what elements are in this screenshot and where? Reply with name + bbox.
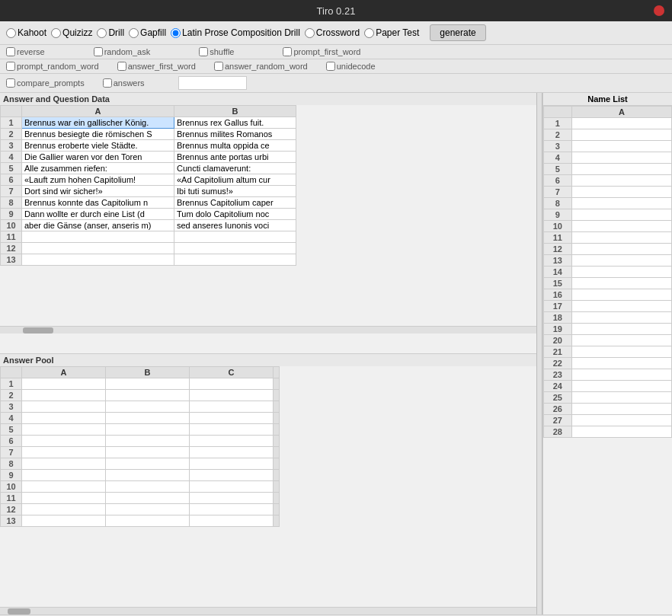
nl-cell-a[interactable] bbox=[571, 118, 671, 129]
ap-cell[interactable] bbox=[106, 493, 190, 504]
aq-cell-b[interactable]: Brennus rex Gallus fuit. bbox=[174, 117, 296, 129]
radio-crossword[interactable]: Crossword bbox=[305, 27, 360, 38]
nl-cell-a[interactable] bbox=[571, 221, 671, 232]
ap-cell[interactable] bbox=[22, 378, 106, 390]
nl-cell-a[interactable] bbox=[571, 404, 671, 415]
ap-cell[interactable] bbox=[190, 504, 274, 515]
ap-cell[interactable] bbox=[190, 493, 274, 504]
ap-cell[interactable] bbox=[106, 436, 190, 447]
aq-cell-a[interactable]: Brennus war ein gallischer König. bbox=[22, 117, 174, 129]
cb-answer-first-word[interactable]: answer_first_word bbox=[117, 62, 196, 71]
cb-answers-input[interactable] bbox=[103, 78, 112, 88]
ap-cell[interactable] bbox=[22, 470, 106, 481]
cb-answer-first-word-input[interactable] bbox=[117, 62, 126, 71]
ap-grid[interactable]: A B C 12345678910111213 bbox=[0, 366, 536, 607]
ap-scrollbar[interactable] bbox=[0, 607, 536, 614]
aq-cell-a[interactable]: Brennus konnte das Capitolium n bbox=[22, 197, 174, 209]
cb-compare-prompts[interactable]: compare_prompts bbox=[6, 78, 85, 88]
ap-cell[interactable] bbox=[190, 413, 274, 424]
radio-quizizz-input[interactable] bbox=[51, 28, 61, 38]
ap-cell[interactable] bbox=[106, 447, 190, 458]
ap-cell[interactable] bbox=[190, 447, 274, 458]
aq-cell-b[interactable]: sed anseres Iunonis voci bbox=[174, 220, 296, 231]
aq-scrollbar[interactable] bbox=[0, 326, 536, 334]
cb-answer-random-word-input[interactable] bbox=[214, 62, 223, 71]
aq-cell-b[interactable]: Brennus ante portas urbi bbox=[174, 152, 296, 163]
cb-random-ask[interactable]: random_ask bbox=[94, 47, 151, 56]
aq-cell-b[interactable]: Ibi tuti sumus!» bbox=[174, 186, 296, 197]
nl-cell-a[interactable] bbox=[571, 244, 671, 255]
aq-cell-b[interactable]: Cuncti clamaverunt: bbox=[174, 163, 296, 174]
nl-cell-a[interactable] bbox=[571, 232, 671, 244]
nl-cell-a[interactable] bbox=[571, 301, 671, 312]
ap-cell[interactable] bbox=[106, 481, 190, 493]
aq-cell-b[interactable]: Brennus Capitolium caper bbox=[174, 197, 296, 209]
aq-cell-b[interactable]: Tum dolo Capitolium noc bbox=[174, 209, 296, 220]
ap-cell[interactable] bbox=[106, 413, 190, 424]
generate-button[interactable]: generate bbox=[430, 24, 485, 41]
cb-answers[interactable]: answers bbox=[103, 78, 145, 88]
ap-cell[interactable] bbox=[22, 504, 106, 515]
aq-cell-b[interactable]: Brennus multa oppida ce bbox=[174, 140, 296, 152]
aq-cell-b[interactable] bbox=[174, 254, 296, 266]
nl-cell-a[interactable] bbox=[571, 358, 671, 369]
aq-cell-a[interactable] bbox=[22, 254, 174, 266]
nl-cell-a[interactable] bbox=[571, 175, 671, 187]
aq-cell-b[interactable] bbox=[174, 243, 296, 254]
ap-cell[interactable] bbox=[190, 424, 274, 436]
cb-prompt-first-word-input[interactable] bbox=[283, 47, 292, 56]
nl-cell-a[interactable] bbox=[571, 312, 671, 324]
nl-cell-a[interactable] bbox=[571, 278, 671, 289]
ap-cell[interactable] bbox=[190, 470, 274, 481]
radio-quizizz[interactable]: Quizizz bbox=[51, 27, 92, 38]
nl-cell-a[interactable] bbox=[571, 346, 671, 358]
cb-shuffle-input[interactable] bbox=[199, 47, 208, 56]
cb-prompt-first-word[interactable]: prompt_first_word bbox=[283, 47, 360, 56]
ap-scrollbar-thumb[interactable] bbox=[8, 608, 30, 614]
ap-cell[interactable] bbox=[190, 458, 274, 470]
cb-shuffle[interactable]: shuffle bbox=[199, 47, 234, 56]
aq-scrollbar-thumb[interactable] bbox=[23, 327, 53, 334]
nl-cell-a[interactable] bbox=[571, 369, 671, 381]
nl-cell-a[interactable] bbox=[571, 415, 671, 426]
cb-compare-prompts-input[interactable] bbox=[6, 78, 15, 88]
cb-unidecode-input[interactable] bbox=[326, 62, 335, 71]
nl-cell-a[interactable] bbox=[571, 209, 671, 221]
nl-cell-a[interactable] bbox=[571, 187, 671, 198]
ap-cell[interactable] bbox=[106, 401, 190, 413]
ap-cell[interactable] bbox=[22, 458, 106, 470]
radio-crossword-input[interactable] bbox=[305, 28, 315, 38]
cb-prompt-random-word[interactable]: prompt_random_word bbox=[6, 62, 99, 71]
ap-cell[interactable] bbox=[106, 458, 190, 470]
ap-cell[interactable] bbox=[22, 390, 106, 401]
cb-unidecode[interactable]: unidecode bbox=[326, 62, 376, 71]
aq-cell-a[interactable]: Die Gallier waren vor den Toren bbox=[22, 152, 174, 163]
ap-cell[interactable] bbox=[190, 390, 274, 401]
ap-cell[interactable] bbox=[22, 493, 106, 504]
ap-cell[interactable] bbox=[106, 470, 190, 481]
cb-reverse-input[interactable] bbox=[6, 47, 15, 56]
nl-cell-a[interactable] bbox=[571, 324, 671, 335]
nl-cell-a[interactable] bbox=[571, 267, 671, 278]
ap-cell[interactable] bbox=[22, 481, 106, 493]
nl-cell-a[interactable] bbox=[571, 152, 671, 164]
ap-cell[interactable] bbox=[22, 447, 106, 458]
close-button[interactable] bbox=[654, 5, 664, 16]
aq-cell-a[interactable] bbox=[22, 231, 174, 243]
radio-latin-prose[interactable]: Latin Prose Composition Drill bbox=[171, 27, 300, 38]
radio-drill-input[interactable] bbox=[97, 28, 107, 38]
cb-answer-random-word[interactable]: answer_random_word bbox=[214, 62, 308, 71]
ap-cell[interactable] bbox=[106, 515, 190, 527]
vertical-divider[interactable] bbox=[536, 93, 542, 614]
radio-paper-test[interactable]: Paper Test bbox=[364, 27, 419, 38]
aq-cell-a[interactable]: aber die Gänse (anser, anseris m) bbox=[22, 220, 174, 231]
aq-cell-a[interactable]: «Lauft zum hohen Capitolium! bbox=[22, 174, 174, 186]
radio-gapfill-input[interactable] bbox=[129, 28, 139, 38]
ap-cell[interactable] bbox=[22, 515, 106, 527]
radio-latin-prose-input[interactable] bbox=[171, 28, 181, 38]
aq-grid[interactable]: A B 1Brennus war ein gallischer König.Br… bbox=[0, 105, 536, 326]
ap-cell[interactable] bbox=[190, 436, 274, 447]
nl-cell-a[interactable] bbox=[571, 392, 671, 404]
ap-cell[interactable] bbox=[22, 424, 106, 436]
ap-cell[interactable] bbox=[22, 436, 106, 447]
